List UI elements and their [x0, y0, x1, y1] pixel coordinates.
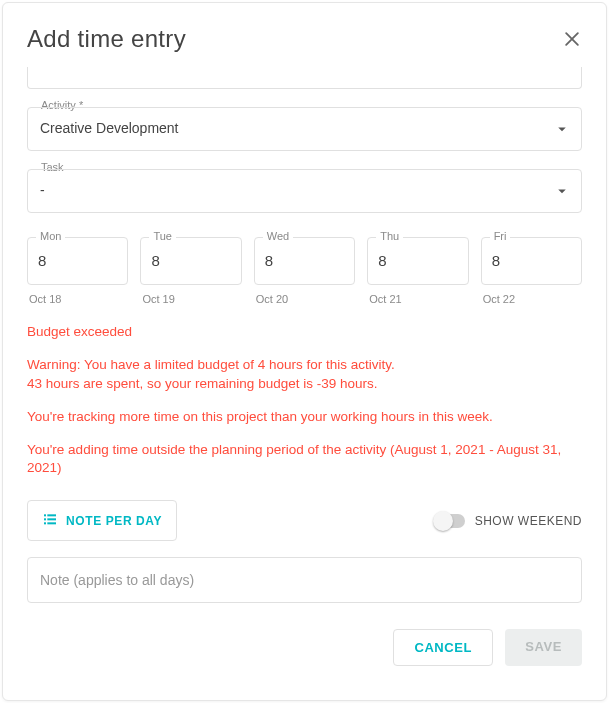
svg-rect-3: [47, 515, 56, 517]
svg-rect-6: [44, 523, 46, 525]
add-time-entry-dialog: Add time entry Activity * Creative Devel…: [2, 2, 607, 701]
day-date: Oct 18: [27, 293, 128, 305]
day-input-thu[interactable]: Thu: [367, 237, 468, 285]
day-input-wed[interactable]: Wed: [254, 237, 355, 285]
note-placeholder: Note (applies to all days): [40, 572, 194, 588]
day-date: Oct 21: [367, 293, 468, 305]
cancel-button[interactable]: CANCEL: [393, 629, 493, 666]
day-date: Oct 22: [481, 293, 582, 305]
day-label: Fri: [490, 230, 511, 242]
activity-value: Creative Development: [40, 120, 179, 136]
warnings-block: Budget exceeded Warning: You have a limi…: [27, 323, 582, 492]
warning-budget-exceeded: Budget exceeded: [27, 323, 582, 342]
activity-select[interactable]: Creative Development: [27, 107, 582, 151]
days-row: Mon Oct 18 Tue Oct 19 Wed Oct 20 Thu: [27, 237, 582, 305]
day-input-mon[interactable]: Mon: [27, 237, 128, 285]
day-label: Wed: [263, 230, 293, 242]
day-col-wed: Wed Oct 20: [254, 237, 355, 305]
task-field: Task -: [27, 169, 582, 213]
day-col-mon: Mon Oct 18: [27, 237, 128, 305]
day-date: Oct 20: [254, 293, 355, 305]
svg-rect-4: [44, 519, 46, 521]
day-input-fri[interactable]: Fri: [481, 237, 582, 285]
day-value-input[interactable]: [38, 252, 117, 269]
day-label: Thu: [376, 230, 403, 242]
day-input-tue[interactable]: Tue: [140, 237, 241, 285]
task-select[interactable]: -: [27, 169, 582, 213]
list-icon: [42, 511, 58, 530]
chevron-down-icon: [553, 120, 571, 138]
activity-field: Activity * Creative Development: [27, 107, 582, 151]
svg-rect-7: [47, 523, 56, 525]
note-per-day-button[interactable]: NOTE PER DAY: [27, 500, 177, 541]
svg-rect-2: [44, 515, 46, 517]
day-value-input[interactable]: [151, 252, 230, 269]
warning-outside-period: You're adding time outside the planning …: [27, 441, 582, 479]
dialog-footer: CANCEL SAVE: [27, 629, 582, 666]
show-weekend-label: SHOW WEEKEND: [475, 514, 582, 528]
toggle-knob: [433, 511, 453, 531]
warning-budget-detail: Warning: You have a limited budget of 4 …: [27, 356, 582, 394]
close-icon[interactable]: [562, 29, 582, 49]
day-col-thu: Thu Oct 21: [367, 237, 468, 305]
save-button[interactable]: SAVE: [505, 629, 582, 666]
chevron-down-icon: [553, 182, 571, 200]
day-col-tue: Tue Oct 19: [140, 237, 241, 305]
note-per-day-label: NOTE PER DAY: [66, 514, 162, 528]
day-label: Mon: [36, 230, 65, 242]
dialog-title: Add time entry: [27, 25, 186, 53]
show-weekend-control: SHOW WEEKEND: [435, 514, 582, 528]
previous-field-partial[interactable]: [27, 67, 582, 89]
task-value: -: [40, 182, 45, 198]
day-col-fri: Fri Oct 22: [481, 237, 582, 305]
day-label: Tue: [149, 230, 176, 242]
day-value-input[interactable]: [378, 252, 457, 269]
svg-rect-5: [47, 519, 56, 521]
day-date: Oct 19: [140, 293, 241, 305]
dialog-header: Add time entry: [27, 25, 582, 53]
day-value-input[interactable]: [265, 252, 344, 269]
controls-row: NOTE PER DAY SHOW WEEKEND: [27, 500, 582, 541]
note-input[interactable]: Note (applies to all days): [27, 557, 582, 603]
day-value-input[interactable]: [492, 252, 571, 269]
warning-over-hours: You're tracking more time on this projec…: [27, 408, 582, 427]
show-weekend-toggle[interactable]: [435, 514, 465, 528]
